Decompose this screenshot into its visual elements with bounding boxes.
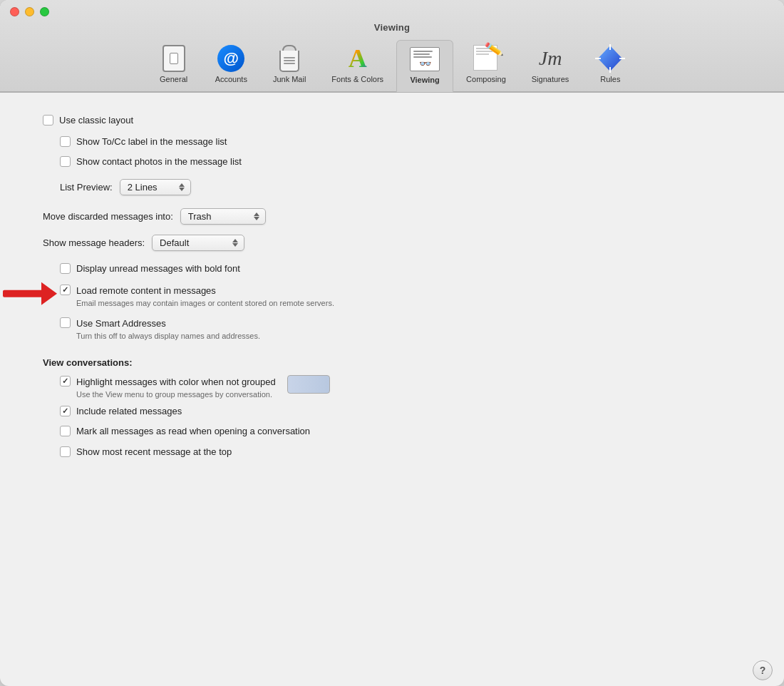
mark-all-read-checkbox[interactable] [60,426,71,436]
toolbar-item-accounts[interactable]: @ Accounts [202,40,260,91]
move-discarded-row: Move discarded messages into: Trash [43,208,741,225]
highlight-messages-sublabel: Use the View menu to group messages by c… [76,389,276,399]
show-tocc-checkbox[interactable] [60,136,71,147]
load-remote-content-sublabel: Email messages may contain images or con… [76,298,334,308]
arrow-shaft [3,290,41,297]
toolbar-item-viewing[interactable]: 👓 Viewing [396,40,453,92]
display-unread-bold-row: Display unread messages with bold font [60,262,741,275]
move-discarded-arrows [254,213,259,220]
show-most-recent-label: Show most recent message at the top [76,446,232,459]
signatures-icon: Jm [532,44,568,73]
mark-all-read-label: Mark all messages as read when opening a… [76,425,310,438]
toolbar-label-composing: Composing [466,75,506,83]
composing-icon: ✏️ [473,44,499,73]
list-preview-select[interactable]: 2 Lines [120,179,191,195]
title-bar: Viewing General @ Accounts [0,0,784,92]
junk-mail-icon [277,44,301,73]
use-classic-layout-row: Use classic layout [43,114,741,127]
load-remote-content-checkbox[interactable] [60,285,71,295]
list-preview-row: List Preview: 2 Lines [60,179,741,195]
toolbar-label-general: General [160,75,187,83]
show-tocc-row: Show To/Cc label in the message list [60,135,741,148]
use-smart-addresses-checkbox[interactable] [60,317,71,328]
show-most-recent-row: Show most recent message at the top [60,446,741,459]
toolbar-label-fonts-colors: Fonts & Colors [331,75,383,83]
show-contact-photos-row: Show contact photos in the message list [60,155,741,168]
view-conversations-section: View conversations: Highlight messages w… [43,357,741,459]
show-contact-photos-label: Show contact photos in the message list [76,155,242,168]
show-headers-value: Default [160,237,189,248]
load-remote-content-row: Load remote content in messages Email me… [60,284,741,308]
arrow-up-icon [254,213,259,216]
toolbar-item-fonts-colors[interactable]: A Fonts & Colors [319,40,396,91]
move-discarded-select[interactable]: Trash [180,208,266,225]
fonts-colors-icon: A [344,44,371,73]
rules-icon [595,44,625,73]
show-headers-select[interactable]: Default [152,235,244,251]
include-related-label: Include related messages [76,405,182,418]
general-icon [163,44,185,73]
include-related-row: Include related messages [60,405,741,418]
load-remote-content-text: Load remote content in messages Email me… [76,284,334,308]
list-preview-label: List Preview: [60,182,113,193]
highlight-messages-label: Highlight messages with color when not g… [76,377,276,387]
move-discarded-value: Trash [188,211,212,222]
toolbar-item-junk-mail[interactable]: Junk Mail [260,40,319,91]
highlight-messages-label-group: Highlight messages with color when not g… [76,375,276,399]
preferences-window: Viewing General @ Accounts [0,0,784,686]
window-title: Viewing [374,22,410,33]
use-classic-layout-label: Use classic layout [59,114,133,127]
toolbar-label-rules: Rules [600,75,620,83]
use-smart-addresses-sublabel: Turn this off to always display names an… [76,331,260,341]
move-discarded-label: Move discarded messages into: [43,211,173,222]
show-headers-label: Show message headers: [43,237,145,248]
arrow-down-icon [179,188,185,191]
viewing-icon: 👓 [410,45,440,73]
load-remote-content-label: Load remote content in messages [76,285,216,296]
toolbar-item-general[interactable]: General [145,40,202,91]
window-controls [10,7,49,16]
toolbar-label-viewing: Viewing [410,76,439,84]
use-smart-addresses-row: Use Smart Addresses Turn this off to alw… [60,317,741,341]
red-arrow-indicator [3,282,57,305]
arrow-down-icon [254,217,259,220]
show-contact-photos-checkbox[interactable] [60,156,71,167]
settings-content: Use classic layout Show To/Cc label in t… [0,93,784,655]
display-unread-bold-label: Display unread messages with bold font [76,262,240,275]
arrow-head-icon [41,282,57,305]
show-headers-row: Show message headers: Default [43,235,741,251]
toolbar-item-composing[interactable]: ✏️ Composing [453,40,519,91]
include-related-checkbox[interactable] [60,406,71,416]
toolbar-item-signatures[interactable]: Jm Signatures [519,40,582,91]
maximize-button[interactable] [40,7,49,16]
toolbar-label-signatures: Signatures [532,75,569,83]
highlight-messages-text: Highlight messages with color when not g… [76,375,330,399]
arrow-up-icon [232,239,238,242]
color-swatch[interactable] [287,375,330,394]
toolbar-item-rules[interactable]: Rules [582,40,639,91]
view-conversations-heading: View conversations: [43,357,741,368]
highlight-messages-checkbox[interactable] [60,376,71,386]
use-smart-addresses-text: Use Smart Addresses Turn this off to alw… [76,317,260,341]
toolbar-label-accounts: Accounts [215,75,247,83]
close-button[interactable] [10,7,19,16]
bottom-bar: ? [0,655,784,686]
list-preview-value: 2 Lines [128,182,158,193]
show-headers-arrows [232,239,238,247]
help-button[interactable]: ? [753,660,773,680]
highlight-messages-row: Highlight messages with color when not g… [60,375,741,399]
minimize-button[interactable] [25,7,34,16]
list-preview-arrows [179,183,185,191]
arrow-up-icon [179,183,185,187]
display-unread-bold-checkbox[interactable] [60,263,71,274]
toolbar-label-junk-mail: Junk Mail [273,75,306,83]
toolbar: General @ Accounts [10,40,774,91]
show-most-recent-checkbox[interactable] [60,446,71,457]
accounts-icon: @ [217,44,244,73]
use-classic-layout-checkbox[interactable] [43,115,53,126]
show-tocc-label: Show To/Cc label in the message list [76,135,227,148]
arrow-down-icon [232,243,238,247]
use-smart-addresses-label: Use Smart Addresses [76,318,166,329]
mark-all-read-row: Mark all messages as read when opening a… [60,425,741,438]
